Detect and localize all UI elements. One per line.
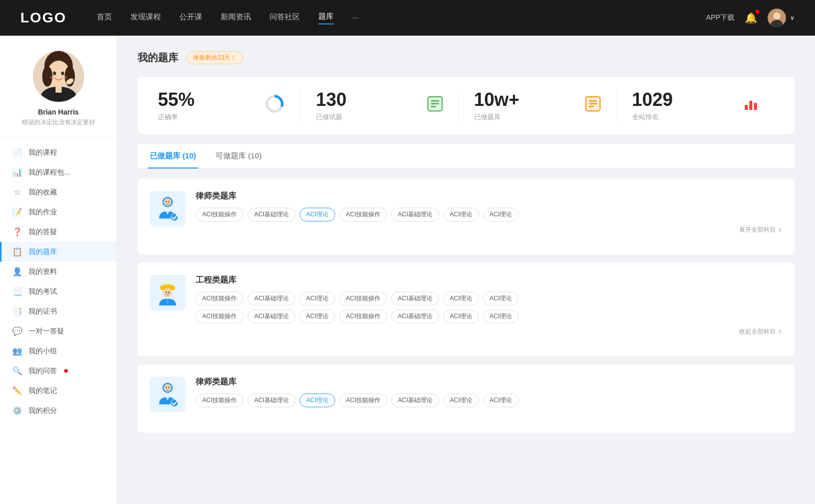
svg-point-32 [166, 201, 167, 202]
user-avatar-button[interactable]: ∨ [768, 9, 795, 27]
notification-bell[interactable]: 🔔 [745, 12, 757, 24]
tag-item[interactable]: ACI理论 [443, 310, 479, 323]
svg-point-45 [168, 386, 170, 388]
tag-item[interactable]: ACI理论 [483, 394, 519, 407]
nav-home[interactable]: 首页 [97, 12, 112, 24]
sidebar-item-homework[interactable]: 📝 我的作业 [0, 202, 117, 222]
sidebar-item-my-courses[interactable]: 📄 我的课程 [0, 143, 117, 162]
svg-rect-25 [589, 103, 597, 104]
tag-item[interactable]: ACI理论 [300, 292, 335, 305]
sidebar-item-my-notes[interactable]: ✏️ 我的笔记 [0, 381, 117, 401]
sidebar-item-my-points[interactable]: ⚙️ 我的积分 [0, 401, 117, 421]
sidebar-item-my-profile[interactable]: 👤 我的资料 [0, 262, 117, 282]
sidebar-item-question-bank[interactable]: 📋 我的题库 [0, 242, 117, 262]
svg-point-11 [62, 76, 67, 79]
pencil-icon: ✏️ [12, 386, 22, 396]
sidebar: Brian Harris 错误的决定比没有决定要好 📄 我的课程 📊 我的课程包… [0, 36, 117, 504]
notification-badge [755, 10, 759, 14]
tag-item[interactable]: ACI基础理论 [391, 292, 439, 305]
qbank-card-engineer: 工程类题库 ACI技能操作 ACI基础理论 ACI理论 ACI技能操作 ACI基… [138, 263, 795, 356]
lawyer-category-icon-2 [150, 377, 185, 412]
sidebar-item-course-packages[interactable]: 📊 我的课程包... [0, 162, 117, 182]
tag-item[interactable]: ACI基础理论 [391, 394, 439, 407]
stats-card: 55% 正确率 130 已做试题 [138, 77, 795, 134]
nav-menu: 首页 发现课程 公开课 新闻资讯 问答社区 题库 ··· [97, 12, 706, 24]
tag-item[interactable]: ACI理论 [443, 394, 479, 407]
tag-item[interactable]: ACI理论 [443, 292, 479, 305]
tag-item[interactable]: ACI基础理论 [391, 310, 439, 323]
qbank-tags-lawyer-1: ACI技能操作 ACI基础理论 ACI理论 ACI技能操作 ACI基础理论 AC… [196, 208, 782, 221]
tag-item[interactable]: ACI理论 [483, 292, 519, 305]
tag-item[interactable]: ACI技能操作 [196, 208, 243, 221]
questions-badge [64, 369, 68, 373]
tag-item[interactable]: ACI基础理论 [391, 208, 439, 221]
sidebar-item-my-qa[interactable]: ❓ 我的答疑 [0, 222, 117, 242]
tag-item[interactable]: ACI基础理论 [248, 208, 295, 221]
stat-site-rank: 1029 全站排名 [617, 89, 774, 122]
nav-discover[interactable]: 发现课程 [130, 12, 161, 24]
sidebar-item-certificates[interactable]: 📑 我的证书 [0, 301, 117, 321]
sidebar-item-my-questions[interactable]: 🔍 我的问答 [0, 361, 117, 381]
tag-item-active[interactable]: ACI理论 [300, 208, 335, 221]
nav-open-course[interactable]: 公开课 [179, 12, 202, 24]
tabs-row: 已做题库 (10) 可做题库 (10) [138, 144, 795, 169]
tab-available-banks[interactable]: 可做题库 (10) [213, 144, 264, 168]
site-rank-label: 全站排名 [632, 113, 673, 122]
tag-item[interactable]: ACI基础理论 [248, 292, 295, 305]
profile-name: Brian Harris [38, 108, 78, 116]
tag-item[interactable]: ACI理论 [483, 208, 519, 221]
trial-badge: 体验剩余23天！ [186, 51, 243, 64]
nav-more[interactable]: ··· [352, 13, 359, 23]
sidebar-item-one-on-one[interactable]: 💬 一对一答疑 [0, 321, 117, 341]
svg-point-44 [166, 386, 167, 388]
chevron-down-icon: ∨ [790, 14, 795, 21]
tag-item[interactable]: ACI技能操作 [339, 292, 387, 305]
tag-item[interactable]: ACI理论 [443, 208, 479, 221]
nav-qa[interactable]: 问答社区 [269, 12, 300, 24]
engineer-category-icon [150, 275, 185, 311]
app-download-link[interactable]: APP下载 [706, 13, 735, 22]
search-icon: 🔍 [12, 366, 22, 376]
tag-item[interactable]: ACI理论 [300, 310, 335, 323]
collapse-engineer-link[interactable]: 收起全部科目 ∧ [196, 327, 782, 336]
page-title: 我的题库 [138, 51, 178, 65]
paper-icon: 📃 [12, 287, 22, 296]
tag-item[interactable]: ACI技能操作 [339, 394, 387, 407]
svg-point-39 [166, 292, 167, 293]
expand-lawyer-1-link[interactable]: 展开全部科目 ∨ [196, 226, 782, 234]
nav-news[interactable]: 新闻资讯 [221, 12, 251, 24]
star-icon: ☆ [12, 187, 22, 197]
tag-item[interactable]: ACI技能操作 [339, 208, 387, 221]
nav-question-bank[interactable]: 题库 [318, 12, 334, 24]
document-icon: 📄 [12, 148, 22, 157]
clipboard-icon: 📋 [12, 247, 22, 257]
tag-item[interactable]: ACI技能操作 [339, 310, 387, 323]
tag-item[interactable]: ACI基础理论 [248, 310, 295, 323]
list-green-icon [427, 96, 443, 116]
question-icon: ❓ [12, 227, 22, 237]
list-orange-icon [585, 96, 601, 116]
tab-done-banks[interactable]: 已做题库 (10) [148, 144, 198, 168]
qbank-header: 律师类题库 ACI技能操作 ACI基础理论 ACI理论 ACI技能操作 ACI基… [150, 191, 782, 234]
tag-item[interactable]: ACI基础理论 [248, 394, 295, 407]
stat-done-questions: 130 已做试题 [301, 89, 458, 122]
svg-point-40 [168, 292, 170, 293]
qbank-title-engineer: 工程类题库 [196, 275, 782, 286]
navbar-right: APP下载 🔔 ∨ [706, 9, 795, 27]
stat-done-banks: 10w+ 已做题库 [459, 89, 617, 122]
logo: LOGO [20, 10, 66, 26]
tag-item[interactable]: ACI技能操作 [196, 310, 243, 323]
svg-rect-21 [431, 106, 436, 107]
tag-item-active[interactable]: ACI理论 [300, 394, 335, 407]
sidebar-item-favorites[interactable]: ☆ 我的收藏 [0, 182, 117, 202]
tag-item[interactable]: ACI技能操作 [196, 394, 243, 407]
svg-rect-13 [56, 86, 62, 93]
done-questions-value: 130 [316, 89, 346, 110]
main-layout: Brian Harris 错误的决定比没有决定要好 📄 我的课程 📊 我的课程包… [0, 36, 815, 504]
qbank-title-lawyer-1: 律师类题库 [196, 191, 782, 202]
sidebar-item-my-groups[interactable]: 👥 我的小组 [0, 341, 117, 361]
tag-item[interactable]: ACI技能操作 [196, 292, 243, 305]
tag-item[interactable]: ACI理论 [483, 310, 519, 323]
svg-rect-20 [431, 103, 439, 104]
sidebar-item-my-exams[interactable]: 📃 我的考试 [0, 282, 117, 301]
